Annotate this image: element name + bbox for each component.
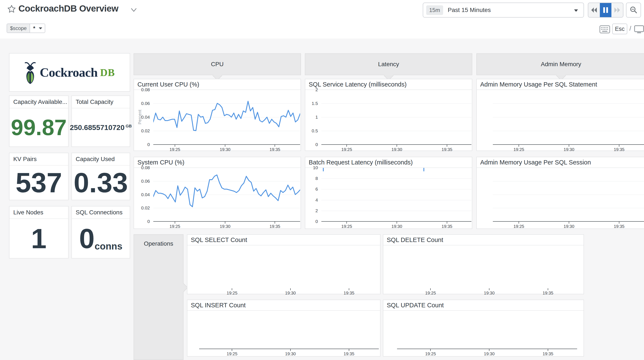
x-tick: 19:25 [226, 288, 237, 296]
monitor-icon[interactable] [634, 25, 644, 34]
chart-title: Admin Memory Usage Per SQL Statement [477, 79, 644, 90]
group-header-operations[interactable]: Operations [134, 234, 184, 360]
x-axis-labels: 19:2519:3019:35 [199, 349, 379, 357]
x-axis-labels: 19:2519:3019:35 [153, 222, 300, 229]
chart-title: System CPU (%) [134, 157, 300, 168]
plot-area [199, 310, 379, 349]
chart-panel-system-cpu[interactable]: System CPU (%) 0.080.060.040.020 19:2519… [134, 157, 301, 229]
stat-title: Live Nodes [10, 206, 68, 219]
x-axis-labels: 19:2519:3019:35 [493, 222, 644, 229]
time-range-label: Past 15 Minutes [448, 7, 491, 13]
stat-value: 0 [79, 223, 94, 255]
plot-area [153, 89, 300, 145]
x-tick: 19:35 [344, 349, 354, 356]
template-variable-name: $scope [7, 24, 30, 32]
esc-button[interactable]: Esc [612, 23, 627, 34]
x-tick: 19:25 [341, 222, 352, 229]
plot-area [153, 167, 300, 222]
keyboard-icon[interactable] [600, 25, 610, 33]
time-range-selector[interactable]: 15m Past 15 Minutes [423, 2, 584, 17]
chart-panel-sql-service-latency[interactable]: SQL Service Latency (milliseconds) 21.51… [305, 79, 472, 151]
rewind-icon [590, 7, 598, 13]
zoom-out-button[interactable] [626, 2, 641, 17]
chart-panel-batch-request-latency[interactable]: Batch Request Latency (milliseconds) 108… [305, 157, 472, 229]
logo-text-secondary: DB [100, 67, 115, 78]
chart-title: Current User CPU (%) [134, 79, 300, 90]
plot-area [493, 167, 644, 222]
stat-card-live-nodes[interactable]: Live Nodes 1 [9, 206, 68, 259]
x-axis-labels: 19:2519:3019:35 [397, 349, 577, 357]
chart-panel-sql-update-count[interactable]: SQL UPDATE Count 19:2519:3019:35 [383, 300, 584, 357]
x-tick: 19:35 [270, 145, 280, 152]
y-axis-labels: 1086420 [305, 167, 320, 222]
x-tick: 19:30 [285, 288, 296, 296]
x-tick: 19:35 [614, 145, 624, 152]
x-axis-labels: 19:2519:3019:35 [321, 222, 472, 229]
chart-panel-sql-delete-count[interactable]: SQL DELETE Count 19:2519:3019:35 [383, 234, 584, 294]
chart-panel-sql-select-count[interactable]: SQL SELECT Count 19:2519:3019:35 [187, 234, 380, 294]
chart-panel-sql-insert-count[interactable]: SQL INSERT Count 19:2519:3019:35 [187, 300, 380, 357]
stat-card-sql-connections[interactable]: SQL Connections 0conns [72, 206, 130, 259]
stat-card-kv-pairs[interactable]: KV Pairs 537 [9, 153, 68, 200]
cockroachdb-logo-card[interactable]: Cockroach DB [9, 53, 130, 92]
x-tick: 19:25 [425, 349, 436, 356]
pause-button[interactable] [600, 3, 612, 17]
chart-title: Admin Memory Usage Per SQL Session [477, 157, 644, 168]
stat-value: 250.6855710720 [70, 123, 124, 132]
esc-label: Esc [615, 26, 624, 32]
stat-title: KV Pairs [10, 153, 68, 166]
x-axis-labels: 19:2519:3019:35 [321, 145, 472, 152]
group-header-admin-memory[interactable]: Admin Memory [476, 53, 644, 75]
stat-card-capacity-used[interactable]: Capacity Used 0.33 [72, 153, 130, 200]
group-label: Operations [134, 240, 183, 247]
stat-value: 1 [31, 223, 46, 255]
x-tick: 19:30 [285, 349, 296, 356]
chart-title: Batch Request Latency (milliseconds) [305, 157, 472, 168]
rewind-button[interactable] [588, 3, 600, 17]
plot-area [321, 167, 472, 222]
x-tick: 19:30 [220, 145, 230, 152]
x-tick: 19:35 [442, 222, 452, 229]
template-variable-value: * [30, 24, 38, 32]
stat-title: SQL Connections [72, 206, 130, 219]
plot-area [199, 245, 379, 288]
caret-down-icon [39, 27, 42, 29]
y-axis-labels: 0.080.060.040.020 [134, 89, 152, 145]
plot-area [397, 245, 577, 288]
stat-title: Capacity Available... [10, 96, 68, 108]
chart-title: SQL Service Latency (milliseconds) [305, 79, 472, 90]
x-tick: 19:25 [170, 145, 180, 152]
x-tick: 19:35 [442, 145, 452, 152]
favorite-star-icon[interactable] [7, 5, 16, 13]
x-tick: 19:35 [270, 222, 280, 229]
chart-panel-current-user-cpu[interactable]: Current User CPU (%) Percent 0.080.060.0… [134, 79, 301, 151]
group-header-cpu[interactable]: CPU [134, 53, 301, 75]
group-header-latency[interactable]: Latency [305, 53, 472, 75]
stat-title: Total Capacity [72, 96, 130, 108]
dashboard: CockroachDB Overview 15m Past 15 Minutes [0, 0, 644, 360]
caret-down-icon [574, 9, 578, 12]
x-axis-labels: 19:2519:3019:35 [397, 288, 577, 296]
chart-panel-admin-memory-per-session[interactable]: Admin Memory Usage Per SQL Session 19:25… [476, 157, 644, 229]
x-tick: 19:35 [542, 288, 553, 296]
x-tick: 19:35 [542, 349, 553, 356]
x-tick: 19:25 [226, 349, 237, 356]
x-axis-labels: 19:2519:3019:35 [153, 145, 300, 152]
chart-title: SQL SELECT Count [187, 235, 380, 245]
x-tick: 19:35 [614, 222, 624, 229]
stat-card-total-capacity[interactable]: Total Capacity 250.6855710720GB [72, 95, 130, 147]
plot-area [397, 310, 577, 349]
fast-forward-button[interactable] [612, 3, 623, 17]
chevron-down-icon[interactable] [131, 8, 137, 12]
playback-controls [588, 2, 624, 17]
template-variable-selector[interactable]: $scope * [7, 23, 45, 33]
stat-card-capacity-available[interactable]: Capacity Available... 99.87 [9, 95, 68, 147]
x-tick: 19:30 [564, 145, 574, 152]
x-axis-labels: 19:2519:3019:35 [493, 145, 644, 152]
chart-panel-admin-memory-per-statement[interactable]: Admin Memory Usage Per SQL Statement 19:… [476, 79, 644, 151]
stat-title: Capacity Used [72, 153, 130, 166]
chart-title: SQL UPDATE Count [383, 300, 584, 311]
x-tick: 19:30 [392, 145, 402, 152]
pause-icon [603, 7, 608, 13]
x-tick: 19:30 [484, 349, 494, 356]
